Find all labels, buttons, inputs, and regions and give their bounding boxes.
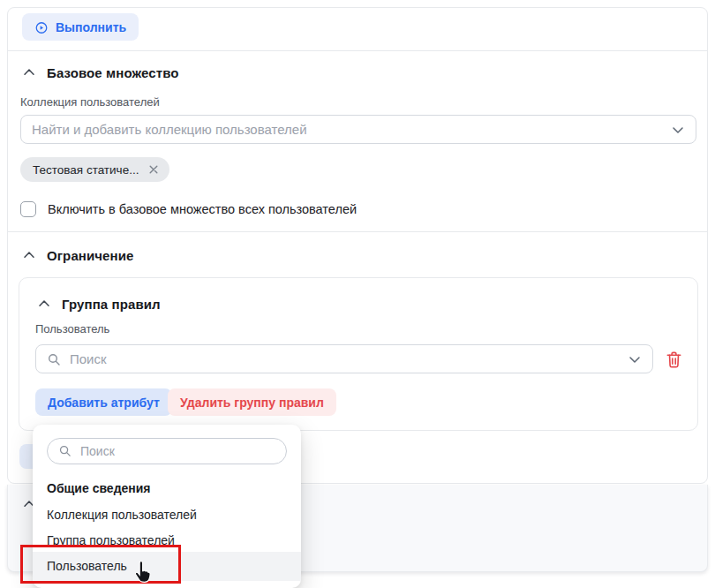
include-all-users-checkbox[interactable] <box>20 201 36 217</box>
rule-group-header[interactable]: Группа правил <box>37 294 161 313</box>
menu-item-user-collection[interactable]: Коллекция пользователей <box>33 502 301 527</box>
dropdown-group-header: Общие сведения <box>47 476 151 501</box>
collection-field-label: Коллекция пользователей <box>20 95 160 109</box>
delete-rule-group-button[interactable]: Удалить группу правил <box>168 388 336 416</box>
divider <box>8 231 707 232</box>
delete-rule-icon-button[interactable] <box>662 348 685 371</box>
user-field-label: Пользователь <box>35 322 109 335</box>
chevron-up-icon <box>22 65 36 79</box>
cursor-icon <box>132 561 153 585</box>
user-search-field[interactable] <box>70 351 619 366</box>
highlight-annotation <box>20 545 181 584</box>
section-header-base-set[interactable]: Базовое множество <box>22 63 179 82</box>
chevron-up-icon <box>37 297 51 311</box>
divider <box>8 50 707 51</box>
section-header-restriction[interactable]: Ограничение <box>22 245 133 265</box>
section-title-restriction: Ограничение <box>47 248 133 263</box>
play-circle-icon <box>34 20 49 34</box>
search-icon <box>58 444 72 458</box>
collection-chip-label: Тестовая статиче... <box>33 163 139 177</box>
chip-remove-icon[interactable] <box>147 162 161 177</box>
collection-chip: Тестовая статиче... <box>20 157 169 182</box>
search-icon <box>47 352 61 366</box>
include-all-users-row: Включить в базовое множество всех пользо… <box>20 201 357 217</box>
add-attribute-button[interactable]: Добавить атрибут <box>35 388 172 416</box>
user-search-input[interactable] <box>35 344 653 373</box>
dropdown-search-input[interactable] <box>47 438 287 464</box>
rule-group-title: Группа правил <box>62 297 161 312</box>
execute-button-label: Выполнить <box>56 20 126 34</box>
chevron-up-icon <box>22 248 36 262</box>
section-title-base-set: Базовое множество <box>47 65 179 80</box>
chevron-down-icon[interactable] <box>671 123 685 137</box>
chevron-down-icon[interactable] <box>628 352 642 366</box>
form-container: Выполнить Базовое множество Коллекция по… <box>7 7 708 484</box>
delete-rule-group-label: Удалить группу правил <box>180 396 324 410</box>
page: Выполнить Базовое множество Коллекция по… <box>0 0 715 588</box>
add-attribute-label: Добавить атрибут <box>48 396 160 410</box>
collection-search-field[interactable] <box>32 122 662 137</box>
collection-search-input[interactable] <box>20 115 696 144</box>
include-all-users-label: Включить в базовое множество всех пользо… <box>48 202 357 216</box>
rule-group-card: Группа правил Пользователь <box>19 277 698 431</box>
execute-button[interactable]: Выполнить <box>22 13 139 41</box>
trash-icon <box>664 350 684 370</box>
dropdown-search-field[interactable] <box>80 444 275 458</box>
